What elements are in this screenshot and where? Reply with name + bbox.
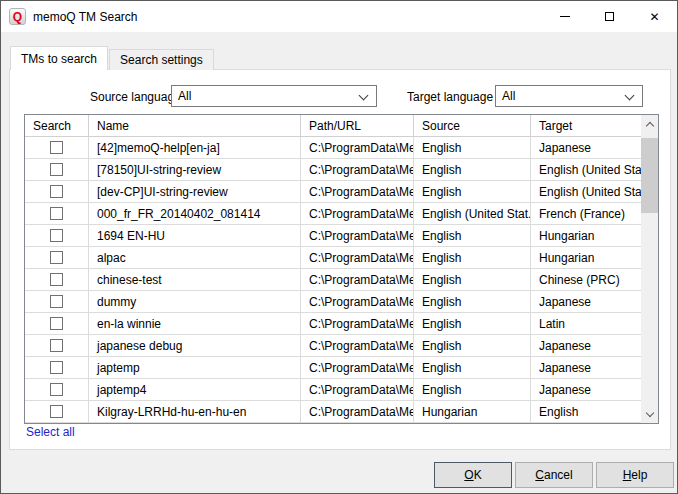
row-search-cell (25, 401, 89, 422)
row-source-cell: English (414, 335, 531, 356)
column-header-name[interactable]: Name (89, 115, 301, 136)
column-header-source[interactable]: Source (414, 115, 531, 136)
row-path-cell: C:\ProgramData\Me... (301, 291, 414, 312)
table-row[interactable]: japanese debug C:\ProgramData\Me... Engl… (25, 335, 641, 357)
target-language-label: Target language (407, 89, 493, 105)
row-name-cell: [42]memoQ-help[en-ja] (89, 137, 301, 158)
table-row[interactable]: alpac C:\ProgramData\Me... English Hunga… (25, 247, 641, 269)
window-title: memoQ TM Search (33, 10, 137, 24)
row-name-cell: en-la winnie (89, 313, 301, 334)
source-language-select[interactable]: All (171, 85, 377, 107)
row-path-cell: C:\ProgramData\Me... (301, 335, 414, 356)
row-source-cell: English (414, 269, 531, 290)
tab-tms-to-search[interactable]: TMs to search (10, 46, 108, 70)
table-row[interactable]: japtemp4 C:\ProgramData\Me... English Ja… (25, 379, 641, 401)
scroll-down-button[interactable] (641, 406, 658, 423)
table-row[interactable]: en-la winnie C:\ProgramData\Me... Englis… (25, 313, 641, 335)
column-header-target[interactable]: Target (531, 115, 641, 136)
row-search-cell (25, 335, 89, 356)
row-name-cell: japtemp (89, 357, 301, 378)
row-target-cell: Hungarian (531, 225, 641, 246)
row-target-cell: English (United Sta... (531, 181, 641, 202)
maximize-button[interactable] (587, 1, 632, 32)
row-checkbox[interactable] (50, 295, 63, 308)
row-name-cell: 1694 EN-HU (89, 225, 301, 246)
help-button[interactable]: Help (596, 462, 674, 488)
row-source-cell: English (United Stat... (414, 203, 531, 224)
row-name-cell: [78150]UI-string-review (89, 159, 301, 180)
memoq-tm-search-dialog: Q memoQ TM Search ✕ TMs to search Search… (0, 0, 678, 494)
row-path-cell: C:\ProgramData\Me... (301, 357, 414, 378)
scrollbar-thumb[interactable] (641, 138, 658, 213)
target-language-select[interactable]: All (495, 85, 643, 107)
column-header-path-url[interactable]: Path/URL (301, 115, 414, 136)
row-checkbox[interactable] (50, 361, 63, 374)
tab-label: Search settings (120, 53, 203, 67)
ok-button[interactable]: OK (434, 462, 512, 488)
row-source-cell: English (414, 225, 531, 246)
row-target-cell: Japanese (531, 291, 641, 312)
row-target-cell: Japanese (531, 357, 641, 378)
table-row[interactable]: [dev-CP]UI-string-review C:\ProgramData\… (25, 181, 641, 203)
row-search-cell (25, 269, 89, 290)
row-source-cell: English (414, 379, 531, 400)
row-path-cell: C:\ProgramData\Me... (301, 181, 414, 202)
row-path-cell: C:\ProgramData\Me... (301, 379, 414, 400)
select-all-link[interactable]: Select all (26, 425, 75, 439)
cancel-button[interactable]: Cancel (515, 462, 593, 488)
row-name-cell: alpac (89, 247, 301, 268)
close-button[interactable]: ✕ (632, 1, 677, 32)
vertical-scrollbar[interactable] (641, 115, 658, 423)
row-name-cell: [dev-CP]UI-string-review (89, 181, 301, 202)
scroll-up-button[interactable] (641, 115, 658, 132)
tm-table: Search Name Path/URL Source Target [42]m… (24, 114, 659, 424)
source-language-label: Source language (90, 89, 181, 105)
table-row[interactable]: [78150]UI-string-review C:\ProgramData\M… (25, 159, 641, 181)
tab-search-settings[interactable]: Search settings (109, 49, 214, 70)
row-checkbox[interactable] (50, 229, 63, 242)
row-source-cell: English (414, 181, 531, 202)
row-checkbox[interactable] (50, 273, 63, 286)
row-source-cell: English (414, 159, 531, 180)
row-target-cell: Hungarian (531, 247, 641, 268)
row-search-cell (25, 159, 89, 180)
row-path-cell: C:\ProgramData\Me... (301, 137, 414, 158)
row-checkbox[interactable] (50, 141, 63, 154)
row-checkbox[interactable] (50, 251, 63, 264)
row-target-cell: Latin (531, 313, 641, 334)
row-source-cell: English (414, 357, 531, 378)
table-row[interactable]: 1694 EN-HU C:\ProgramData\Me... English … (25, 225, 641, 247)
tms-to-search-panel: Source language All Target language All … (9, 69, 671, 450)
memoq-app-icon: Q (9, 8, 26, 25)
chevron-down-icon (625, 91, 635, 101)
table-row[interactable]: [42]memoQ-help[en-ja] C:\ProgramData\Me.… (25, 137, 641, 159)
row-checkbox[interactable] (50, 185, 63, 198)
minimize-button[interactable] (542, 1, 587, 32)
row-search-cell (25, 203, 89, 224)
row-path-cell: C:\ProgramData\Me... (301, 225, 414, 246)
table-row[interactable]: 000_fr_FR_20140402_081414 C:\ProgramData… (25, 203, 641, 225)
row-source-cell: English (414, 247, 531, 268)
row-checkbox[interactable] (50, 405, 63, 418)
table-row[interactable]: japtemp C:\ProgramData\Me... English Jap… (25, 357, 641, 379)
row-checkbox[interactable] (50, 163, 63, 176)
row-checkbox[interactable] (50, 339, 63, 352)
row-checkbox[interactable] (50, 383, 63, 396)
row-path-cell: C:\ProgramData\Me... (301, 269, 414, 290)
table-row[interactable]: dummy C:\ProgramData\Me... English Japan… (25, 291, 641, 313)
row-checkbox[interactable] (50, 317, 63, 330)
row-target-cell: Chinese (PRC) (531, 269, 641, 290)
row-target-cell: Japanese (531, 335, 641, 356)
row-target-cell: French (France) (531, 203, 641, 224)
column-header-search[interactable]: Search (25, 115, 89, 136)
row-search-cell (25, 379, 89, 400)
table-row[interactable]: chinese-test C:\ProgramData\Me... Englis… (25, 269, 641, 291)
table-row[interactable]: Kilgray-LRRHd-hu-en-hu-en C:\ProgramData… (25, 401, 641, 423)
row-checkbox[interactable] (50, 207, 63, 220)
row-path-cell: C:\ProgramData\Me... (301, 313, 414, 334)
row-source-cell: English (414, 313, 531, 334)
row-search-cell (25, 181, 89, 202)
chevron-down-icon (645, 409, 653, 417)
row-search-cell (25, 247, 89, 268)
minimize-icon (560, 16, 570, 17)
